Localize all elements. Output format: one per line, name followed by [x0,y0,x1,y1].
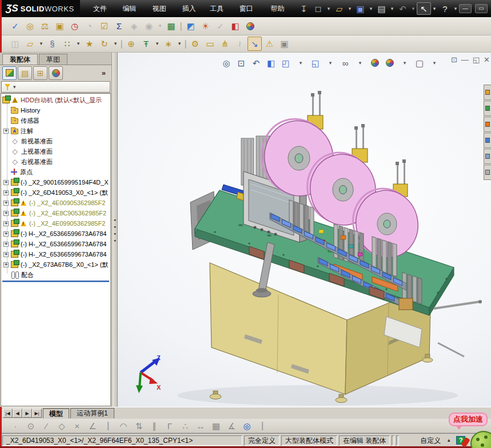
file-explorer-tab[interactable] [484,117,491,132]
spline-points-icon[interactable]: ∴ [178,419,193,432]
menu-item[interactable]: 插入(I) [176,0,204,17]
tab-assembly[interactable]: 装配体 [2,54,38,65]
filter-dropdown-arrow[interactable]: ▾ [13,84,16,90]
select-cursor-icon[interactable]: ↖ [417,2,431,15]
mate-icon[interactable]: § [45,37,59,51]
angle-dimension-icon[interactable]: ∡ [224,419,239,432]
separator[interactable]: | [255,419,270,432]
tangent-arc-icon[interactable]: ◠ [116,419,131,432]
tree-item-history[interactable]: ◔ History [1,105,110,115]
motion-study-icon[interactable]: ⚙ [188,37,202,51]
exploded-view-icon[interactable]: ⋔ [218,37,232,51]
spell-check-icon[interactable]: ✓ [8,19,22,33]
new-window-icon[interactable]: ▭ [203,37,217,51]
custom-properties-tab[interactable] [484,165,491,180]
rotate-component-icon[interactable]: ↻ [97,37,111,51]
help-dropdown-arrow[interactable]: ▾ [452,2,459,15]
sketch-line-icon[interactable]: ∕ [39,419,54,432]
assembly-3d-model[interactable] [118,53,490,407]
move-component-icon[interactable]: ⊕ [124,37,138,51]
first-tab-button[interactable]: |◀ [3,409,13,418]
snapshot-icon[interactable]: ▣ [277,37,292,51]
status-custom-dropdown[interactable]: 自定义 ▲ [417,435,454,446]
menu-item[interactable]: 帮助(H) [264,0,294,17]
assembly-xpert-icon[interactable]: ⚠ [262,37,277,51]
next-tab-button[interactable]: ▶ [22,409,32,418]
edit-appearance-icon[interactable] [368,56,382,70]
apply-scene-icon[interactable] [383,56,397,70]
parallel-relation-icon[interactable]: ∥ [147,419,162,432]
menu-item[interactable]: 窗口(W) [233,0,265,17]
performance-evaluation-icon[interactable]: ◷ [67,19,82,33]
tree-item-mates[interactable]: 配合 [1,270,110,280]
configurationmanager-tab-icon[interactable]: ⊞ [33,66,47,80]
tree-item-origin[interactable]: 原点 [1,167,110,177]
hideshow-dropdown-arrow[interactable]: ▾ [353,56,367,70]
appearance-wheel-icon[interactable] [243,19,257,33]
open-component-icon[interactable]: ▱ [23,37,37,51]
insert-component-icon[interactable]: ◫ [8,37,22,51]
graphics-area[interactable]: ◎⊡↶◧◰▾◱▾∞▾▾▢▾ ⊡—◱✕ Z X [118,53,491,407]
rotate-dropdown-arrow[interactable]: ▾ [112,37,119,51]
separator[interactable]: | [179,19,183,33]
curvature-dropdown-arrow[interactable]: ▾ [157,19,163,33]
open-icon[interactable]: ▱ [332,2,346,15]
reference-geometry-icon[interactable]: ∗ [161,37,175,51]
expand-icon[interactable] [3,231,9,237]
component-pattern-icon[interactable]: ∷ [60,37,74,51]
displaymanager-tab-icon[interactable] [49,66,63,80]
tree-item-component[interactable]: (-) H-_X2_65366599673A6784 [1,249,110,259]
smart-dimension-icon[interactable]: ↔ [193,419,208,432]
propertymanager-tab-icon[interactable]: ▤ [18,66,32,80]
sketch-polygon-icon[interactable]: ◇ [54,419,69,432]
solidworks-resources-tab[interactable] [484,85,491,100]
expand-icon[interactable] [3,129,9,134]
design-library-tab[interactable] [484,101,491,116]
tree-item-annotations[interactable]: A 注解 [1,126,110,136]
tree-item-component[interactable]: (-) _X2_673A67B6_X0_<1> (默 [1,259,110,270]
edit-decals-icon[interactable]: ◧ [228,19,242,33]
large-assembly-mode-icon[interactable]: ↘ [248,37,262,51]
view-orientation-icon[interactable]: ◰ [279,56,293,70]
expand-icon[interactable] [3,190,9,195]
expand-icon[interactable] [3,242,9,247]
tree-item-right-plane[interactable]: 右视基准面 [1,157,110,167]
menu-item[interactable]: 视图(V) [146,0,176,17]
separator[interactable]: | [183,37,187,51]
select-dropdown-arrow[interactable]: ▾ [431,2,438,15]
tree-item-top-plane[interactable]: 上视基准面 [1,146,110,157]
expand-icon[interactable] [3,201,9,206]
previous-view-icon[interactable]: ↶ [249,56,263,70]
pattern-dropdown-arrow[interactable]: ▾ [75,37,82,51]
separator[interactable]: | [119,37,123,51]
refgeo-dropdown-arrow[interactable]: ▾ [176,37,183,51]
last-tab-button[interactable]: ▶| [32,409,42,418]
print-icon[interactable]: ▤ [374,2,389,15]
tree-item-component[interactable]: (-) H-_X2_65366599673A6784 [1,239,110,249]
view-settings-icon[interactable]: ▢ [413,56,426,70]
view-palette-tab[interactable] [484,133,491,148]
expand-icon[interactable] [3,262,9,267]
scene-dropdown-arrow[interactable]: ▾ [398,56,412,70]
tree-item-component[interactable]: (-) _X2_9001659995194F4D_X [1,177,110,187]
mass-properties-icon[interactable]: ⚖ [38,19,52,33]
settings-dropdown-arrow[interactable]: ▾ [428,56,441,70]
menu-item[interactable]: 编辑(E) [117,0,146,17]
tree-item-root-assembly[interactable]: ↓ HDD自动机 (默认<默认_显示 [1,95,110,105]
status-help-icon[interactable]: ? [456,436,465,445]
check-document-icon[interactable]: ☑ [97,19,111,33]
smart-fasteners-icon[interactable]: ★ [82,37,97,51]
tree-item-front-plane[interactable]: 前视基准面 [1,136,110,146]
doc-minimize-button[interactable]: — [461,56,469,63]
mirror-entities-icon[interactable]: ⇅ [131,419,146,432]
tab-sketch[interactable]: 草图 [39,54,67,65]
section-view-icon[interactable]: ◧ [264,56,278,70]
tree-filter[interactable]: ▾ [1,81,110,93]
assembly-features-icon[interactable]: Ŧ [139,37,153,51]
hide-show-items-icon[interactable]: ∞ [338,56,352,70]
tree-item-sensors[interactable]: ◔ 传感器 [1,115,110,126]
menu-item[interactable]: 工具(T) [203,0,233,17]
tab-motion-study[interactable]: 运动算例1 [70,408,114,418]
panel-splitter[interactable]: ◂ ◂ ◂ ◂ [112,53,118,407]
pin-icon[interactable]: ↧ [297,2,311,15]
